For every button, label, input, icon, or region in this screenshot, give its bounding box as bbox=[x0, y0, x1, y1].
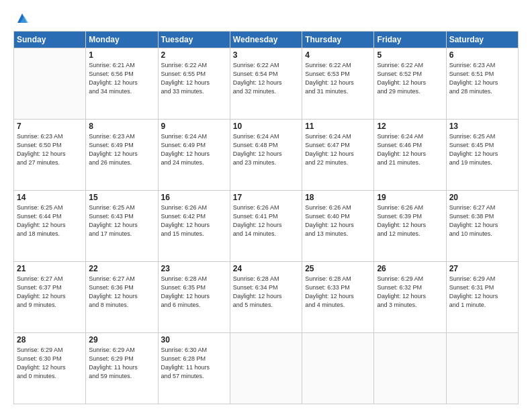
day-number: 6 bbox=[449, 50, 515, 60]
calendar-cell: 26Sunrise: 6:29 AM Sunset: 6:32 PM Dayli… bbox=[374, 262, 446, 333]
calendar-cell: 13Sunrise: 6:25 AM Sunset: 6:45 PM Dayli… bbox=[446, 120, 518, 191]
day-number: 23 bbox=[161, 264, 227, 273]
day-number: 18 bbox=[305, 193, 371, 202]
calendar-cell: 8Sunrise: 6:23 AM Sunset: 6:49 PM Daylig… bbox=[86, 120, 158, 191]
logo-icon bbox=[15, 11, 30, 26]
day-number: 20 bbox=[449, 193, 515, 202]
day-info: Sunrise: 6:22 AM Sunset: 6:54 PM Dayligh… bbox=[233, 61, 299, 96]
calendar-cell: 11Sunrise: 6:24 AM Sunset: 6:47 PM Dayli… bbox=[302, 120, 374, 191]
day-info: Sunrise: 6:26 AM Sunset: 6:41 PM Dayligh… bbox=[233, 203, 299, 238]
calendar-cell: 22Sunrise: 6:27 AM Sunset: 6:36 PM Dayli… bbox=[86, 262, 158, 333]
day-info: Sunrise: 6:25 AM Sunset: 6:44 PM Dayligh… bbox=[17, 203, 83, 238]
calendar-cell: 15Sunrise: 6:25 AM Sunset: 6:43 PM Dayli… bbox=[86, 191, 158, 262]
calendar-cell: 7Sunrise: 6:23 AM Sunset: 6:50 PM Daylig… bbox=[14, 120, 86, 191]
calendar-cell bbox=[14, 48, 86, 120]
day-info: Sunrise: 6:25 AM Sunset: 6:45 PM Dayligh… bbox=[449, 132, 515, 167]
day-info: Sunrise: 6:22 AM Sunset: 6:52 PM Dayligh… bbox=[377, 61, 443, 96]
day-info: Sunrise: 6:24 AM Sunset: 6:46 PM Dayligh… bbox=[377, 132, 443, 167]
day-info: Sunrise: 6:29 AM Sunset: 6:29 PM Dayligh… bbox=[89, 346, 154, 381]
weekday-header-sunday: Sunday bbox=[14, 32, 86, 48]
header bbox=[13, 12, 519, 26]
day-number: 14 bbox=[17, 193, 83, 202]
day-info: Sunrise: 6:28 AM Sunset: 6:34 PM Dayligh… bbox=[233, 275, 299, 310]
calendar-cell: 2Sunrise: 6:22 AM Sunset: 6:55 PM Daylig… bbox=[158, 48, 230, 120]
day-info: Sunrise: 6:27 AM Sunset: 6:37 PM Dayligh… bbox=[17, 275, 83, 310]
day-number: 19 bbox=[377, 193, 443, 202]
calendar-week-row: 28Sunrise: 6:29 AM Sunset: 6:30 PM Dayli… bbox=[14, 333, 519, 404]
day-info: Sunrise: 6:26 AM Sunset: 6:39 PM Dayligh… bbox=[377, 203, 443, 238]
day-number: 24 bbox=[233, 264, 299, 273]
logo bbox=[13, 12, 30, 26]
day-info: Sunrise: 6:25 AM Sunset: 6:43 PM Dayligh… bbox=[89, 203, 154, 238]
day-number: 16 bbox=[161, 193, 227, 202]
page: SundayMondayTuesdayWednesdayThursdayFrid… bbox=[0, 0, 532, 411]
day-number: 11 bbox=[305, 122, 371, 131]
day-info: Sunrise: 6:28 AM Sunset: 6:35 PM Dayligh… bbox=[161, 275, 227, 310]
calendar-cell: 5Sunrise: 6:22 AM Sunset: 6:52 PM Daylig… bbox=[374, 48, 446, 120]
day-info: Sunrise: 6:23 AM Sunset: 6:50 PM Dayligh… bbox=[17, 132, 83, 167]
day-info: Sunrise: 6:27 AM Sunset: 6:38 PM Dayligh… bbox=[449, 203, 515, 238]
calendar-cell: 28Sunrise: 6:29 AM Sunset: 6:30 PM Dayli… bbox=[14, 333, 86, 404]
day-number: 17 bbox=[233, 193, 299, 202]
day-number: 13 bbox=[449, 122, 515, 131]
day-info: Sunrise: 6:22 AM Sunset: 6:53 PM Dayligh… bbox=[305, 61, 371, 96]
day-number: 29 bbox=[89, 335, 154, 345]
calendar-week-row: 14Sunrise: 6:25 AM Sunset: 6:44 PM Dayli… bbox=[14, 191, 519, 262]
calendar-week-row: 7Sunrise: 6:23 AM Sunset: 6:50 PM Daylig… bbox=[14, 120, 519, 191]
calendar-cell: 6Sunrise: 6:23 AM Sunset: 6:51 PM Daylig… bbox=[446, 48, 518, 120]
day-number: 2 bbox=[161, 50, 227, 60]
weekday-header-monday: Monday bbox=[86, 32, 158, 48]
day-number: 9 bbox=[161, 122, 227, 131]
day-number: 10 bbox=[233, 122, 299, 131]
day-info: Sunrise: 6:21 AM Sunset: 6:56 PM Dayligh… bbox=[89, 61, 154, 96]
calendar-cell: 23Sunrise: 6:28 AM Sunset: 6:35 PM Dayli… bbox=[158, 262, 230, 333]
day-info: Sunrise: 6:23 AM Sunset: 6:49 PM Dayligh… bbox=[89, 132, 154, 167]
day-number: 26 bbox=[377, 264, 443, 273]
day-number: 15 bbox=[89, 193, 154, 202]
day-info: Sunrise: 6:26 AM Sunset: 6:42 PM Dayligh… bbox=[161, 203, 227, 238]
day-info: Sunrise: 6:29 AM Sunset: 6:32 PM Dayligh… bbox=[377, 275, 443, 310]
day-number: 28 bbox=[17, 335, 83, 345]
day-info: Sunrise: 6:30 AM Sunset: 6:28 PM Dayligh… bbox=[161, 346, 227, 381]
day-number: 12 bbox=[377, 122, 443, 131]
calendar-cell: 9Sunrise: 6:24 AM Sunset: 6:49 PM Daylig… bbox=[158, 120, 230, 191]
calendar-cell: 24Sunrise: 6:28 AM Sunset: 6:34 PM Dayli… bbox=[230, 262, 302, 333]
calendar-cell: 17Sunrise: 6:26 AM Sunset: 6:41 PM Dayli… bbox=[230, 191, 302, 262]
calendar-cell: 29Sunrise: 6:29 AM Sunset: 6:29 PM Dayli… bbox=[86, 333, 158, 404]
day-info: Sunrise: 6:28 AM Sunset: 6:33 PM Dayligh… bbox=[305, 275, 371, 310]
day-number: 21 bbox=[17, 264, 83, 273]
calendar-cell bbox=[302, 333, 374, 404]
day-info: Sunrise: 6:29 AM Sunset: 6:30 PM Dayligh… bbox=[17, 346, 83, 381]
calendar-week-row: 21Sunrise: 6:27 AM Sunset: 6:37 PM Dayli… bbox=[14, 262, 519, 333]
calendar-cell: 27Sunrise: 6:29 AM Sunset: 6:31 PM Dayli… bbox=[446, 262, 518, 333]
day-number: 27 bbox=[449, 264, 515, 273]
calendar-cell: 25Sunrise: 6:28 AM Sunset: 6:33 PM Dayli… bbox=[302, 262, 374, 333]
calendar-cell: 3Sunrise: 6:22 AM Sunset: 6:54 PM Daylig… bbox=[230, 48, 302, 120]
calendar-cell: 20Sunrise: 6:27 AM Sunset: 6:38 PM Dayli… bbox=[446, 191, 518, 262]
calendar-cell: 30Sunrise: 6:30 AM Sunset: 6:28 PM Dayli… bbox=[158, 333, 230, 404]
day-number: 1 bbox=[89, 50, 154, 60]
day-info: Sunrise: 6:22 AM Sunset: 6:55 PM Dayligh… bbox=[161, 61, 227, 96]
calendar-cell bbox=[374, 333, 446, 404]
calendar-cell: 19Sunrise: 6:26 AM Sunset: 6:39 PM Dayli… bbox=[374, 191, 446, 262]
weekday-header-saturday: Saturday bbox=[446, 32, 518, 48]
day-info: Sunrise: 6:26 AM Sunset: 6:40 PM Dayligh… bbox=[305, 203, 371, 238]
calendar-cell: 4Sunrise: 6:22 AM Sunset: 6:53 PM Daylig… bbox=[302, 48, 374, 120]
day-number: 22 bbox=[89, 264, 154, 273]
weekday-header-thursday: Thursday bbox=[302, 32, 374, 48]
calendar-cell bbox=[230, 333, 302, 404]
day-info: Sunrise: 6:24 AM Sunset: 6:47 PM Dayligh… bbox=[305, 132, 371, 167]
calendar-cell bbox=[446, 333, 518, 404]
day-info: Sunrise: 6:23 AM Sunset: 6:51 PM Dayligh… bbox=[449, 61, 515, 96]
day-info: Sunrise: 6:24 AM Sunset: 6:49 PM Dayligh… bbox=[161, 132, 227, 167]
weekday-header-row: SundayMondayTuesdayWednesdayThursdayFrid… bbox=[14, 32, 519, 48]
calendar-cell: 10Sunrise: 6:24 AM Sunset: 6:48 PM Dayli… bbox=[230, 120, 302, 191]
day-info: Sunrise: 6:27 AM Sunset: 6:36 PM Dayligh… bbox=[89, 275, 154, 310]
day-info: Sunrise: 6:24 AM Sunset: 6:48 PM Dayligh… bbox=[233, 132, 299, 167]
calendar-cell: 12Sunrise: 6:24 AM Sunset: 6:46 PM Dayli… bbox=[374, 120, 446, 191]
calendar-cell: 21Sunrise: 6:27 AM Sunset: 6:37 PM Dayli… bbox=[14, 262, 86, 333]
calendar-week-row: 1Sunrise: 6:21 AM Sunset: 6:56 PM Daylig… bbox=[14, 48, 519, 120]
day-number: 7 bbox=[17, 122, 83, 131]
calendar-cell: 16Sunrise: 6:26 AM Sunset: 6:42 PM Dayli… bbox=[158, 191, 230, 262]
calendar-cell: 14Sunrise: 6:25 AM Sunset: 6:44 PM Dayli… bbox=[14, 191, 86, 262]
